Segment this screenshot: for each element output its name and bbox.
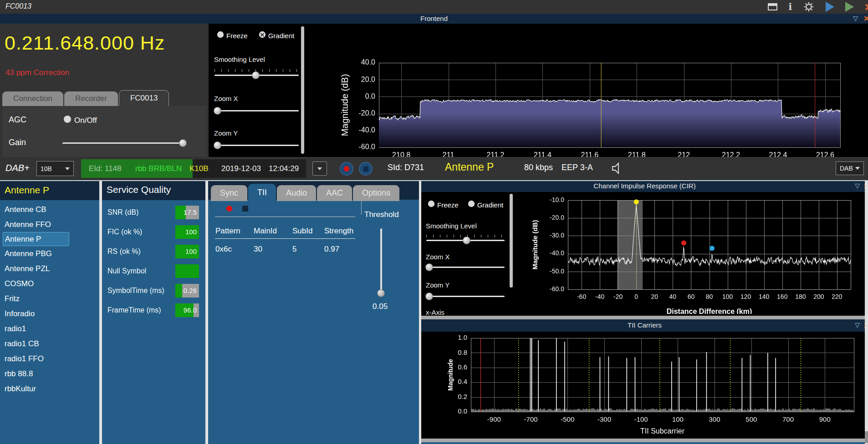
list-item[interactable]: radio1 CB <box>0 336 99 351</box>
horizontal-scrollbar[interactable] <box>421 439 868 442</box>
vertical-scrollbar[interactable] <box>865 181 868 444</box>
list-item[interactable]: Antenne PZL <box>0 261 99 276</box>
service-quality-header: Service Quality <box>102 181 205 200</box>
threshold-label: Threshold <box>364 210 399 219</box>
smoothing-slider[interactable] <box>214 75 299 76</box>
list-item[interactable]: radio1 <box>0 321 99 336</box>
tab-tii[interactable]: TII <box>248 184 276 201</box>
smoothing-slider-thumb[interactable] <box>252 71 260 79</box>
service-list-panel: Antenne P Antenne CB Antenne FFO Antenne… <box>0 181 99 444</box>
zoom-y-slider-thumb[interactable] <box>214 141 221 149</box>
close-icon[interactable] <box>865 4 868 10</box>
collapse-icon[interactable]: ▽ <box>855 182 860 189</box>
list-item[interactable]: Inforadio <box>0 306 99 321</box>
column-header-mainid: MainId <box>254 227 277 236</box>
list-item-selected[interactable]: Antenne P <box>3 232 69 246</box>
controls-scrollbar[interactable] <box>301 26 304 154</box>
list-item[interactable]: Fritz <box>0 291 99 306</box>
channel-dropdown-value: 10B <box>41 165 52 172</box>
panel-edge <box>421 442 868 444</box>
list-item[interactable]: radio1 FFO <box>0 351 99 366</box>
tii-carriers-plot[interactable] <box>421 332 868 439</box>
scrollbar-thumb[interactable] <box>865 431 868 443</box>
speaker-icon[interactable] <box>610 161 624 175</box>
threshold-slider[interactable] <box>380 228 382 297</box>
divider <box>215 217 355 217</box>
tii-carriers-panel-title: TII Carriers <box>421 321 868 329</box>
time-display: 12:04:29 <box>269 164 299 173</box>
date-display: 2019-12-03 <box>221 164 261 173</box>
gain-slider[interactable] <box>62 142 185 144</box>
collapse-icon[interactable]: ▽ <box>855 321 860 328</box>
close-panel-icon[interactable] <box>864 16 868 21</box>
frontend-tabs: Connection Recorder FC0013 <box>2 90 170 106</box>
zoom-x-label: Zoom X <box>214 95 238 102</box>
controls-scrollbar[interactable] <box>510 194 513 288</box>
output-mode-dropdown[interactable]: DAB <box>836 161 864 175</box>
table-cell-pattern: 0x6c <box>215 245 232 254</box>
list-item[interactable]: COSMO <box>0 276 99 291</box>
zoom-x-slider-thumb[interactable] <box>214 107 221 115</box>
zoom-y-slider-thumb[interactable] <box>425 293 433 300</box>
tab-sync[interactable]: Sync <box>211 185 247 201</box>
zoom-x-slider[interactable] <box>214 110 299 111</box>
zoom-y-slider[interactable] <box>214 145 299 146</box>
smoothing-label: Smoothing Level <box>426 222 477 230</box>
service-quality-rows: SNR (dB) 17.5 FIC (ok %) 100 RS (ok %) 1… <box>102 204 205 321</box>
tab-connection[interactable]: Connection <box>2 91 63 106</box>
threshold-slider-thumb[interactable] <box>377 289 385 297</box>
agc-label: AGC <box>9 115 26 125</box>
gear-icon[interactable] <box>803 1 815 13</box>
quality-row: Null Symbol <box>102 262 205 282</box>
sync-status-square <box>242 206 248 212</box>
x-axis-label: x-Axis <box>426 308 444 316</box>
tab-aac[interactable]: AAC <box>317 185 352 201</box>
quality-bar: 96.0 <box>175 303 199 317</box>
list-item[interactable]: rbbKultur <box>0 381 99 396</box>
window-titlebar: FC0013 i <box>0 0 868 14</box>
right-panels: Channel Impulse Response (CIR) ▽ Freeze … <box>421 181 868 444</box>
protection-label: EEP 3-A <box>562 163 593 172</box>
service-quality-title: Service Quality <box>107 184 171 195</box>
gradient-radio[interactable] <box>468 201 474 207</box>
quality-bar <box>175 264 199 278</box>
list-item[interactable]: Antenne CB <box>0 202 99 217</box>
collapse-icon[interactable]: ▽ <box>853 15 858 22</box>
tab-fc0013[interactable]: FC0013 <box>119 90 169 106</box>
horizontal-scrollbar[interactable] <box>421 316 868 319</box>
channel-dropdown[interactable]: 10B <box>36 161 74 176</box>
frontend-panel-header: Frontend ▽ <box>0 14 868 24</box>
zoom-x-slider-thumb[interactable] <box>425 263 433 271</box>
info-icon[interactable]: i <box>788 2 792 11</box>
tab-options[interactable]: Options <box>353 185 399 201</box>
smoothing-slider-thumb[interactable] <box>463 237 470 244</box>
cir-panel-header: Channel Impulse Response (CIR) ▽ <box>421 181 868 192</box>
record-button[interactable] <box>340 162 353 176</box>
list-item[interactable]: Antenne FFO <box>0 217 99 232</box>
gradient-radio[interactable] <box>259 31 265 38</box>
zoom-y-slider[interactable] <box>426 296 505 297</box>
cir-plot[interactable] <box>515 192 868 314</box>
selected-service-header: Antenne P <box>5 185 49 196</box>
smoothing-slider[interactable] <box>426 240 505 241</box>
stop-button[interactable] <box>359 162 373 176</box>
ensemble-dropdown-button[interactable] <box>312 161 327 176</box>
freeze-radio[interactable] <box>217 31 224 38</box>
window-layout-icon[interactable] <box>768 3 777 10</box>
play-all-icon[interactable] <box>845 2 854 12</box>
list-item[interactable]: Antenne PBG <box>0 246 99 261</box>
freeze-radio[interactable] <box>428 201 434 207</box>
zoom-x-slider[interactable] <box>426 267 505 268</box>
tab-audio[interactable]: Audio <box>277 185 316 201</box>
list-item[interactable]: rbb 88.8 <box>0 366 99 381</box>
quality-row: SymbolTime (ms) 0.26 <box>102 282 205 302</box>
table-header-underline <box>215 238 355 239</box>
output-mode-value: DAB <box>840 165 853 172</box>
agc-radio[interactable] <box>64 116 71 123</box>
quality-label: SNR (dB) <box>107 208 138 217</box>
play-icon[interactable] <box>826 2 834 12</box>
tab-recorder[interactable]: Recorder <box>64 91 118 106</box>
gain-slider-thumb[interactable] <box>179 139 187 147</box>
quality-row: FrameTime (ms) 96.0 <box>102 302 205 321</box>
ppm-correction-label: 43 ppm Correction <box>5 68 69 77</box>
